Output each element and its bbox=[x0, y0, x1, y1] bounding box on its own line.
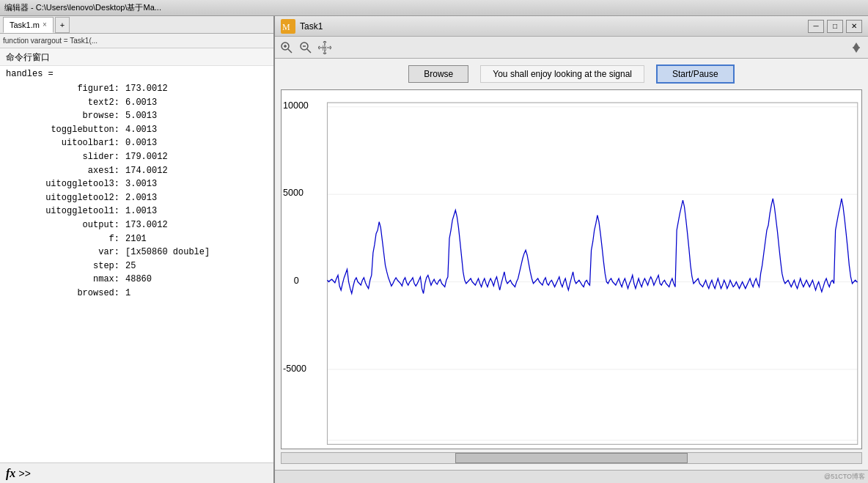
figure-content: Browse You shall enjoy looking at the si… bbox=[275, 59, 868, 470]
cmd-key: text2: bbox=[6, 96, 119, 110]
cmd-key: var: bbox=[6, 246, 119, 259]
cmd-val: 5.0013 bbox=[119, 109, 157, 123]
table-row: figure1:173.0012 bbox=[6, 82, 268, 96]
maximize-button[interactable]: □ bbox=[827, 20, 843, 33]
status-bar: @51CTO博客 bbox=[275, 470, 868, 483]
editor-title-text: 编辑器 - C:\Users\lenovo\Desktop\基于Ma... bbox=[4, 2, 161, 13]
table-row: browse:5.0013 bbox=[6, 109, 268, 123]
svg-text:10000: 10000 bbox=[283, 99, 309, 111]
cmd-key: output: bbox=[6, 218, 119, 232]
tab-close-icon[interactable]: × bbox=[43, 21, 47, 29]
table-row: uitoggletool1:1.0013 bbox=[6, 204, 268, 218]
signal-message-label: You shall enjoy looking at the signal bbox=[480, 65, 644, 83]
svg-line-7 bbox=[307, 49, 311, 53]
cmd-val: 174.0012 bbox=[119, 164, 168, 178]
cmd-val: 2101 bbox=[119, 232, 147, 246]
cmd-val: 48860 bbox=[119, 273, 152, 287]
svg-text:0: 0 bbox=[294, 274, 299, 286]
table-row: uitoggletool3:3.0013 bbox=[6, 177, 268, 191]
cmd-val: 173.0012 bbox=[119, 82, 168, 96]
cmd-key: axes1: bbox=[6, 164, 119, 178]
cmd-val: [1x50860 double] bbox=[119, 246, 210, 259]
prompt-symbol: >> bbox=[18, 468, 30, 479]
table-row: uitoolbar1:0.0013 bbox=[6, 136, 268, 150]
cmd-key: uitoggletool3: bbox=[6, 177, 119, 191]
figure-titlebar: M Task1 ─ □ ✕ bbox=[275, 16, 868, 37]
svg-text:-5000: -5000 bbox=[283, 363, 306, 375]
command-window[interactable]: handles = figure1:173.0012text2:6.0013br… bbox=[0, 66, 273, 462]
table-row: browsed:1 bbox=[6, 287, 268, 301]
table-row: togglebutton:4.0013 bbox=[6, 123, 268, 137]
watermark-text: @51CTO博客 bbox=[824, 472, 865, 482]
editor-titlebar: 编辑器 - C:\Users\lenovo\Desktop\基于Ma... bbox=[0, 0, 868, 16]
table-row: output:173.0012 bbox=[6, 218, 268, 232]
cmd-key: figure1: bbox=[6, 82, 119, 96]
cmd-val: 0.0013 bbox=[119, 136, 157, 150]
table-row: nmax:48860 bbox=[6, 273, 268, 287]
figure-menu-icon[interactable] bbox=[847, 39, 865, 56]
command-window-header: 命令行窗口 bbox=[0, 48, 273, 66]
zoom-out-icon[interactable] bbox=[297, 39, 315, 56]
tab-add-button[interactable]: + bbox=[55, 17, 70, 33]
cmd-key: uitoggletool1: bbox=[6, 204, 119, 218]
table-row: f:2101 bbox=[6, 232, 268, 246]
cmd-val: 25 bbox=[119, 259, 136, 273]
scrollbar-thumb[interactable] bbox=[455, 453, 687, 463]
tab-label: Task1.m bbox=[10, 21, 40, 29]
cmd-key: nmax: bbox=[6, 273, 119, 287]
table-row: text2:6.0013 bbox=[6, 96, 268, 110]
cmd-key: browsed: bbox=[6, 287, 119, 301]
start-pause-button[interactable]: Start/Pause bbox=[656, 64, 735, 84]
table-row: uitoggletool2:2.0013 bbox=[6, 191, 268, 205]
matlab-icon: M bbox=[281, 19, 295, 34]
cmd-val: 1.0013 bbox=[119, 204, 157, 218]
command-window-label: 命令行窗口 bbox=[6, 52, 50, 62]
minimize-button[interactable]: ─ bbox=[808, 20, 824, 33]
cmd-val: 179.0012 bbox=[119, 150, 168, 164]
signal-plot: 10000 5000 0 -5000 2200 2400 2600 bbox=[282, 90, 861, 449]
fx-symbol: fx bbox=[6, 467, 15, 480]
cmd-key: step: bbox=[6, 259, 119, 273]
svg-text:5000: 5000 bbox=[283, 187, 304, 199]
table-row: slider:179.0012 bbox=[6, 150, 268, 164]
cmd-val: 6.0013 bbox=[119, 96, 157, 110]
figure-title-text: Task1 bbox=[300, 21, 323, 32]
code-preview-text: function varargout = Task1(... bbox=[3, 37, 98, 45]
cmd-val: 3.0013 bbox=[119, 177, 157, 191]
browse-button[interactable]: Browse bbox=[408, 65, 468, 83]
table-row: var:[1x50860 double] bbox=[6, 246, 268, 259]
editor-tab-task1[interactable]: Task1.m × bbox=[3, 17, 54, 33]
editor-tab-bar: Task1.m × + bbox=[0, 16, 273, 34]
svg-rect-11 bbox=[282, 90, 861, 449]
code-preview-bar: function varargout = Task1(... bbox=[0, 34, 273, 48]
cmd-val: 1 bbox=[119, 287, 130, 301]
table-row: step:25 bbox=[6, 259, 268, 273]
cmd-val: 2.0013 bbox=[119, 191, 157, 205]
cmd-key: uitoggletool2: bbox=[6, 191, 119, 205]
fx-bar: fx >> bbox=[0, 462, 273, 483]
cmd-val: 4.0013 bbox=[119, 123, 157, 137]
figure-controls: Browse You shall enjoy looking at the si… bbox=[281, 64, 862, 84]
plot-area: 10000 5000 0 -5000 2200 2400 2600 bbox=[281, 89, 862, 449]
svg-marker-10 bbox=[853, 47, 860, 53]
figure-toolbar bbox=[275, 37, 868, 59]
svg-line-3 bbox=[288, 49, 292, 53]
close-button[interactable]: ✕ bbox=[846, 20, 862, 33]
handles-data: figure1:173.0012text2:6.0013browse:5.001… bbox=[6, 82, 268, 301]
cmd-key: f: bbox=[6, 232, 119, 246]
cmd-key: togglebutton: bbox=[6, 123, 119, 137]
cmd-key: browse: bbox=[6, 109, 119, 123]
cmd-key: uitoolbar1: bbox=[6, 136, 119, 150]
zoom-in-icon[interactable] bbox=[278, 39, 295, 56]
cmd-val: 173.0012 bbox=[119, 218, 168, 232]
cmd-key: slider: bbox=[6, 150, 119, 164]
horizontal-scrollbar[interactable] bbox=[281, 452, 862, 464]
pan-icon[interactable] bbox=[316, 39, 334, 56]
handles-label: handles = bbox=[6, 69, 268, 79]
table-row: axes1:174.0012 bbox=[6, 164, 268, 178]
svg-text:M: M bbox=[282, 22, 290, 32]
